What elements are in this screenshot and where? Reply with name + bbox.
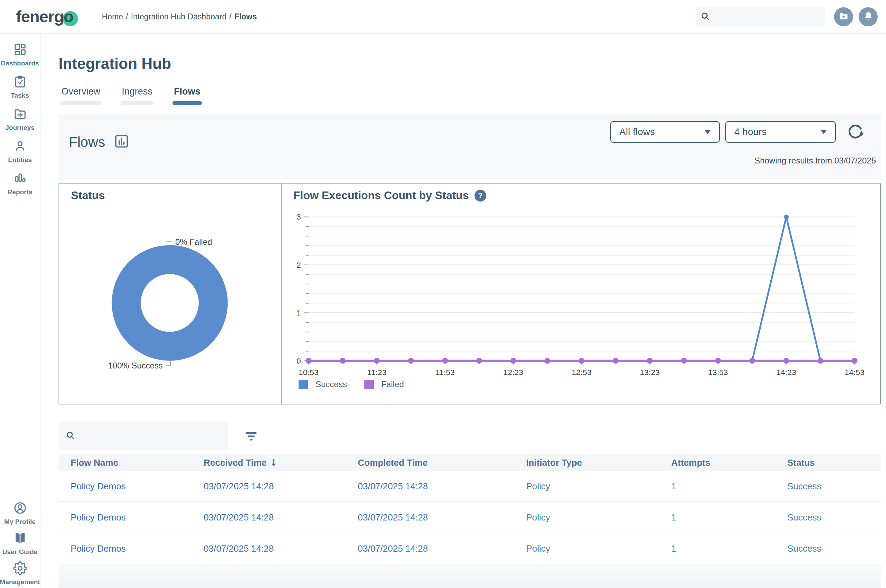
sidebar-item-entities[interactable]: Entities	[0, 139, 40, 164]
flows-table: Flow Name Received Time↓ Completed Time …	[59, 454, 881, 564]
legend-swatch-failed	[364, 380, 374, 389]
sidebar-item-journeys[interactable]: Journeys	[0, 107, 40, 132]
svg-text:3: 3	[296, 212, 301, 221]
flows-section-title: Flows	[69, 133, 130, 151]
notifications-button[interactable]	[859, 7, 878, 26]
status-card-title: Status	[71, 189, 105, 202]
svg-text:13:23: 13:23	[640, 368, 659, 377]
svg-text:11:53: 11:53	[435, 368, 455, 377]
column-header-initiator-type[interactable]: Initiator Type	[526, 458, 671, 468]
results-note: Showing results from 03/07/2025	[754, 156, 876, 165]
tab-bar: Overview Ingress Flows	[59, 86, 203, 105]
help-icon[interactable]	[475, 190, 486, 201]
column-header-flow-name[interactable]: Flow Name	[71, 458, 204, 468]
column-header-received-time[interactable]: Received Time↓	[204, 458, 358, 468]
svg-text:12:53: 12:53	[572, 368, 591, 377]
tab-ingress[interactable]: Ingress	[119, 86, 156, 105]
cell-initiator-type: Policy	[526, 481, 671, 492]
cell-status: Success	[787, 512, 881, 523]
cell-attempts: 1	[671, 543, 787, 554]
cell-initiator-type: Policy	[526, 512, 671, 523]
logo-text: fenergo	[16, 7, 73, 26]
svg-text:12:23: 12:23	[503, 368, 523, 377]
chevron-down-icon	[820, 130, 827, 134]
reports-icon	[13, 171, 27, 187]
breadcrumb-separator: /	[126, 12, 128, 21]
sidebar-label: My Profile	[4, 518, 36, 526]
svg-text:2: 2	[296, 260, 301, 269]
cell-status: Success	[787, 481, 881, 492]
sidebar-label: Management	[0, 578, 40, 586]
cell-attempts: 1	[671, 512, 787, 523]
my-profile-icon	[13, 501, 27, 516]
flows-toolbar: Flows All flows 4 hours Showing results …	[59, 114, 881, 180]
global-search[interactable]	[695, 7, 825, 27]
fenergo-logo[interactable]: fenergo	[16, 6, 73, 27]
sidebar-label: Reports	[8, 188, 33, 196]
sidebar-item-tasks[interactable]: Tasks	[0, 75, 40, 99]
chart-legend: Success Failed	[299, 380, 414, 389]
folder-plus-icon	[838, 11, 849, 23]
legend-label-failed: Failed	[381, 380, 404, 389]
refresh-button[interactable]	[845, 122, 866, 142]
cell-completed-time: 03/07/2025 14:28	[358, 543, 526, 554]
column-header-status[interactable]: Status	[787, 458, 881, 468]
tab-underline-active	[173, 101, 202, 105]
svg-text:14:23: 14:23	[776, 368, 796, 377]
legend-label-success: Success	[315, 380, 347, 389]
sidebar-label: Tasks	[11, 92, 29, 99]
cell-received-time: 03/07/2025 14:28	[204, 543, 358, 554]
sidebar-item-dashboards[interactable]: Dashboards	[0, 43, 40, 67]
status-donut-chart: 0% Failed100% Success	[59, 183, 281, 404]
app-header: fenergo Home / Integration Hub Dashboard…	[0, 0, 886, 34]
executions-chart-card: Flow Executions Count by Status 012310:5…	[282, 183, 880, 404]
legend-swatch-success	[299, 380, 308, 389]
tab-overview[interactable]: Overview	[59, 86, 103, 105]
create-button[interactable]	[834, 7, 853, 26]
table-search[interactable]	[59, 422, 228, 450]
sidebar-item-my-profile[interactable]: My Profile	[0, 501, 40, 526]
table-footer-strip	[59, 564, 881, 588]
breadcrumb-home[interactable]: Home	[102, 12, 123, 21]
svg-text:100% Success: 100% Success	[108, 361, 163, 370]
svg-text:0: 0	[296, 356, 301, 365]
table-row[interactable]: Policy Demos03/07/2025 14:2803/07/2025 1…	[59, 502, 881, 533]
sidebar-label: Dashboards	[1, 60, 39, 67]
svg-text:13:53: 13:53	[708, 368, 728, 377]
table-row[interactable]: Policy Demos03/07/2025 14:2803/07/2025 1…	[59, 533, 881, 564]
breadcrumb-dashboard[interactable]: Integration Hub Dashboard	[131, 12, 227, 21]
sidebar-item-reports[interactable]: Reports	[0, 171, 40, 196]
executions-chart-title: Flow Executions Count by Status	[293, 189, 486, 202]
cell-flow-name[interactable]: Policy Demos	[71, 512, 204, 523]
tab-underline	[60, 101, 102, 105]
sort-descending-icon: ↓	[270, 458, 278, 468]
sidebar-label: User Guide	[2, 548, 38, 556]
filter-icon	[243, 440, 259, 446]
bar-chart-square-icon[interactable]	[113, 133, 130, 151]
time-range-dropdown[interactable]: 4 hours	[725, 121, 836, 142]
tab-flows[interactable]: Flows	[171, 86, 203, 105]
sidebar: Dashboards Tasks Journeys Entities Repor…	[0, 34, 41, 588]
user-guide-icon	[13, 531, 27, 546]
tasks-icon	[13, 75, 27, 90]
table-row[interactable]: Policy Demos03/07/2025 14:2803/07/2025 1…	[59, 471, 881, 502]
cell-flow-name[interactable]: Policy Demos	[71, 543, 204, 554]
charts-panel: Status 0% Failed100% Success Flow Execut…	[59, 183, 881, 405]
search-icon	[700, 11, 710, 22]
breadcrumb-current: Flows	[234, 12, 257, 21]
sidebar-item-user-guide[interactable]: User Guide	[0, 531, 40, 556]
svg-text:10:53: 10:53	[299, 368, 318, 377]
cell-received-time: 03/07/2025 14:28	[204, 512, 358, 523]
search-icon	[66, 430, 75, 441]
cell-flow-name[interactable]: Policy Demos	[71, 481, 204, 492]
sidebar-item-management[interactable]: Management	[0, 561, 40, 586]
cell-completed-time: 03/07/2025 14:28	[358, 512, 526, 523]
table-search-input[interactable]	[79, 431, 221, 441]
filter-button[interactable]	[243, 428, 259, 444]
column-header-completed-time[interactable]: Completed Time	[358, 458, 526, 468]
flow-filter-dropdown[interactable]: All flows	[610, 121, 720, 142]
cell-attempts: 1	[671, 481, 787, 492]
column-header-attempts[interactable]: Attempts	[671, 458, 787, 468]
status-card: Status 0% Failed100% Success	[59, 183, 282, 404]
global-search-input[interactable]	[713, 12, 821, 22]
